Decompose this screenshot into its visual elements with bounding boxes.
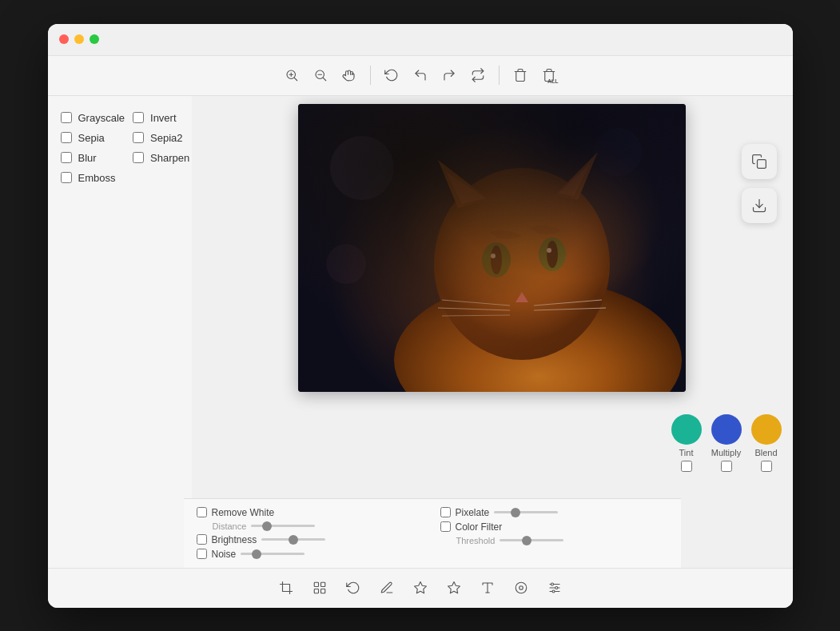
rotate-tool-button[interactable] — [340, 574, 367, 601]
main-area: Grayscale Invert Sepia Sepia2 Blur — [48, 96, 793, 568]
star-tool-button[interactable] — [440, 574, 468, 601]
blend-circle[interactable] — [751, 414, 782, 445]
emboss-label: Emboss — [78, 172, 116, 184]
history-button[interactable] — [379, 62, 404, 88]
divider-1 — [370, 66, 371, 85]
noise-slider[interactable] — [241, 553, 305, 555]
filter-blur[interactable]: Blur — [61, 152, 125, 164]
svg-point-20 — [547, 241, 558, 268]
filter-emboss[interactable]: Emboss — [61, 172, 125, 184]
bottom-toolbar — [48, 568, 793, 608]
blend-option[interactable]: Blend — [751, 414, 782, 472]
zoom-in-button[interactable] — [279, 62, 305, 88]
shape-tool-button[interactable] — [407, 574, 434, 601]
canvas-area[interactable]: Tint Multiply Blend — [192, 96, 793, 568]
invert-checkbox[interactable] — [133, 112, 144, 123]
sharpen-checkbox[interactable] — [133, 152, 144, 163]
multiply-option[interactable]: Multiply — [711, 414, 742, 472]
blend-label: Blend — [751, 448, 782, 457]
svg-rect-31 — [314, 582, 318, 586]
delete-all-button[interactable]: ALL — [536, 62, 562, 88]
cat-image — [298, 104, 686, 392]
svg-point-22 — [547, 248, 551, 253]
emboss-checkbox[interactable] — [61, 172, 72, 183]
remove-white-row: Remove White — [197, 507, 424, 518]
download-button[interactable] — [742, 188, 777, 223]
pan-button[interactable] — [336, 62, 362, 88]
pixelate-slider[interactable] — [494, 511, 558, 513]
grayscale-label: Grayscale — [78, 112, 125, 124]
brightness-slider[interactable] — [261, 538, 325, 541]
brightness-checkbox[interactable] — [197, 534, 207, 545]
tint-checkbox[interactable] — [681, 461, 692, 472]
distance-label: Distance — [213, 521, 247, 531]
grayscale-checkbox[interactable] — [61, 112, 72, 123]
repeat-button[interactable] — [465, 62, 491, 88]
pixelate-checkbox[interactable] — [440, 507, 451, 517]
undo-button[interactable] — [408, 62, 433, 88]
pixelate-row: Pixelate — [440, 507, 668, 518]
crop-tool-button[interactable] — [273, 574, 300, 601]
tint-label: Tint — [671, 448, 702, 457]
blur-checkbox[interactable] — [61, 152, 72, 163]
filter-circle-button[interactable] — [508, 574, 535, 601]
blur-label: Blur — [78, 152, 97, 164]
redo-button[interactable] — [436, 62, 462, 88]
maximize-button[interactable] — [90, 34, 99, 44]
blend-checkbox[interactable] — [761, 461, 772, 472]
pixelate-label: Pixelate — [456, 507, 490, 518]
svg-rect-7 — [298, 104, 686, 392]
zoom-out-button[interactable] — [308, 62, 333, 88]
filter-grayscale[interactable]: Grayscale — [61, 112, 125, 124]
titlebar — [48, 24, 793, 56]
svg-point-8 — [330, 136, 394, 200]
multiply-checkbox[interactable] — [721, 461, 732, 472]
delete-button[interactable] — [508, 62, 533, 88]
svg-point-39 — [516, 582, 527, 593]
svg-marker-14 — [554, 152, 598, 200]
invert-label: Invert — [150, 112, 177, 124]
filter-sepia[interactable]: Sepia — [61, 132, 125, 144]
filter-invert[interactable]: Invert — [133, 112, 189, 124]
svg-rect-34 — [320, 589, 324, 593]
draw-tool-button[interactable] — [373, 574, 400, 601]
copy-button[interactable] — [742, 144, 777, 179]
svg-line-25 — [438, 308, 510, 310]
adjustments-panel: Remove White Distance Brightness Noise P… — [184, 498, 681, 568]
noise-row: Noise — [197, 549, 424, 560]
text-tool-button[interactable] — [474, 574, 501, 601]
remove-white-checkbox[interactable] — [197, 507, 207, 517]
svg-marker-35 — [414, 582, 426, 593]
filter-sharpen[interactable]: Sharpen — [133, 152, 189, 164]
brightness-label: Brightness — [212, 534, 257, 545]
svg-point-43 — [551, 583, 553, 585]
sepia2-checkbox[interactable] — [133, 132, 144, 143]
tint-option[interactable]: Tint — [671, 414, 702, 472]
svg-marker-36 — [448, 582, 460, 593]
filter-sepia2[interactable]: Sepia2 — [133, 132, 189, 144]
close-button[interactable] — [59, 34, 69, 44]
sepia-label: Sepia — [78, 132, 105, 144]
threshold-slider[interactable] — [500, 539, 563, 541]
threshold-label: Threshold — [456, 536, 496, 545]
color-filter-label: Color Filter — [456, 521, 503, 533]
multiply-circle[interactable] — [711, 414, 742, 445]
sepia2-label: Sepia2 — [150, 132, 182, 144]
distance-row: Distance — [213, 521, 424, 531]
adjustments-button[interactable] — [541, 574, 568, 601]
delete-all-label: ALL — [547, 78, 559, 84]
noise-checkbox[interactable] — [197, 549, 207, 559]
cat-svg — [298, 104, 686, 392]
frame-tool-button[interactable] — [306, 574, 333, 601]
color-filter-checkbox[interactable] — [440, 521, 451, 532]
svg-point-9 — [594, 128, 642, 176]
image-container — [298, 104, 686, 392]
sepia-checkbox[interactable] — [61, 132, 72, 143]
tint-circle[interactable] — [671, 414, 702, 445]
color-options-panel: Tint Multiply Blend — [671, 414, 782, 472]
top-toolbar: ALL — [48, 56, 793, 96]
minimize-button[interactable] — [74, 34, 84, 44]
svg-line-27 — [534, 300, 602, 306]
distance-slider[interactable] — [251, 525, 315, 527]
noise-label: Noise — [212, 549, 237, 560]
